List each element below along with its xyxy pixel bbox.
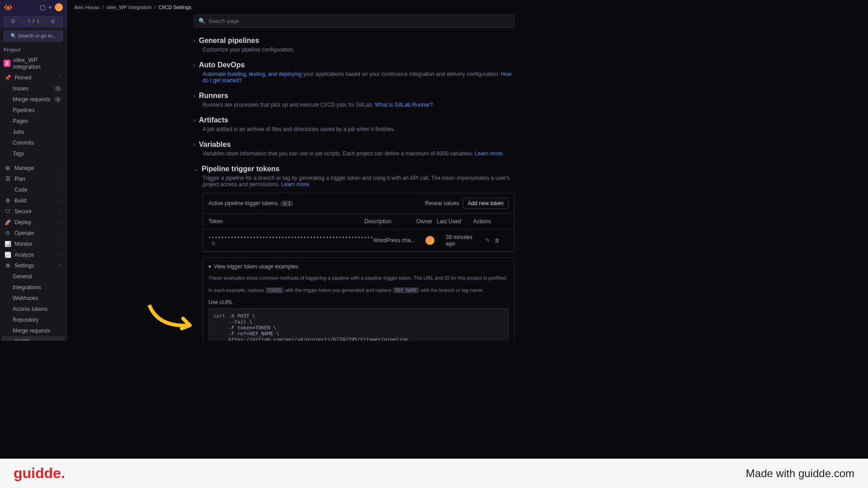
action-btn-0[interactable]: D bbox=[4, 16, 23, 27]
nav-item-monitor[interactable]: 📊Monitor› bbox=[0, 239, 66, 249]
examples-desc-2: In each example, replace TOKEN with the … bbox=[208, 286, 509, 294]
search-input[interactable] bbox=[208, 18, 509, 24]
token-value: ••••••••••••••••••••••••••••••••••••••••… bbox=[208, 235, 373, 240]
project-name: silex_WP integration bbox=[13, 56, 63, 70]
nav-icon: 📈 bbox=[5, 252, 11, 258]
settings-item[interactable]: General bbox=[0, 271, 66, 282]
action-btn-1[interactable]: ↿↾ 1 bbox=[24, 16, 42, 27]
section: ›General pipelinesCustomize your pipelin… bbox=[193, 37, 514, 53]
settings-item[interactable]: Webhooks bbox=[0, 293, 66, 304]
settings-item[interactable]: Repository bbox=[0, 314, 66, 325]
table-header: Active pipeline trigger tokens ⊙ 1 Revea… bbox=[203, 193, 514, 214]
add-token-button[interactable]: Add new token bbox=[463, 198, 509, 209]
nav-settings[interactable]: ⚙ Settings ⌃ bbox=[0, 260, 66, 271]
nav-item-build[interactable]: ⚙Build› bbox=[0, 195, 66, 206]
section-header[interactable]: ›Runners bbox=[193, 92, 514, 100]
pinned-item[interactable]: Issues0 bbox=[0, 83, 66, 94]
breadcrumb-user[interactable]: Alex Hoyau bbox=[74, 5, 99, 10]
nav-icon: ⊞ bbox=[5, 165, 11, 171]
section: ›Auto DevOpsAutomate building, testing, … bbox=[193, 61, 514, 84]
chevron-icon: ⌃ bbox=[58, 263, 62, 268]
user-avatar[interactable] bbox=[55, 3, 63, 11]
edit-icon[interactable]: ✎ bbox=[486, 237, 490, 244]
nav-icon: 📊 bbox=[5, 241, 11, 247]
pinned-item[interactable]: Commits bbox=[0, 137, 66, 148]
nav-item-analyze[interactable]: 📈Analyze› bbox=[0, 249, 66, 260]
nav-item-code[interactable]: Code› bbox=[0, 184, 66, 195]
section-desc: Variables store information that you can… bbox=[203, 150, 514, 157]
section-title: General pipelines bbox=[199, 37, 259, 45]
search-goto-button[interactable]: 🔍 Search or go to... bbox=[4, 30, 63, 42]
section-desc: Automate building, testing, and deployin… bbox=[203, 71, 514, 84]
curl-code[interactable]: curl -X POST \ --fail \ -F token=TOKEN \… bbox=[208, 308, 509, 341]
section-title: Pipeline trigger tokens bbox=[202, 165, 279, 173]
section-header[interactable]: ›Variables bbox=[193, 141, 514, 149]
chevron-icon: ⌃ bbox=[58, 75, 62, 80]
section-header[interactable]: ›General pipelines bbox=[193, 37, 514, 45]
curl-label: Use cURL bbox=[208, 299, 509, 305]
table-column-headers: Token Description Owner Last Used Action… bbox=[203, 214, 514, 230]
col-actions: Actions bbox=[468, 218, 491, 225]
copy-icon[interactable]: ⎘ bbox=[212, 240, 215, 247]
settings-item[interactable]: Integrations bbox=[0, 282, 66, 293]
col-token: Token bbox=[208, 218, 364, 225]
active-tokens-label: Active pipeline trigger tokens bbox=[208, 200, 278, 206]
project-item[interactable]: S silex_WP integration bbox=[0, 54, 66, 72]
project-icon: S bbox=[4, 60, 10, 67]
triangle-down-icon: ▾ bbox=[208, 263, 211, 270]
chevron-right-icon: › bbox=[193, 117, 195, 123]
section-title: Variables bbox=[199, 141, 231, 149]
settings-item[interactable]: Merge requests bbox=[0, 325, 66, 336]
nav-icon: 🚀 bbox=[5, 219, 11, 225]
nav-item-operate[interactable]: ⊙Operate› bbox=[0, 228, 66, 239]
nav-item-secure[interactable]: 🛡Secure› bbox=[0, 206, 66, 217]
learn-more-link[interactable]: Learn more. bbox=[281, 181, 311, 188]
nav-icon: ⚙ bbox=[5, 197, 11, 204]
action-btn-2[interactable]: ⎘ bbox=[44, 16, 63, 27]
owner-avatar[interactable] bbox=[425, 236, 434, 245]
examples-box: ▾ View trigger token usage examples Thes… bbox=[203, 258, 514, 341]
section: ›ArtifactsA job artifact is an archive o… bbox=[193, 116, 514, 132]
section-title: Runners bbox=[199, 92, 228, 100]
pinned-item[interactable]: Merge requests0 bbox=[0, 94, 66, 105]
sidebar: ▢ + D ↿↾ 1 ⎘ 🔍 Search or go to... Projec… bbox=[0, 0, 67, 341]
settings-item[interactable]: Access tokens bbox=[0, 304, 66, 314]
breadcrumb-project[interactable]: silex_WP integration bbox=[106, 5, 151, 10]
section-title: Auto DevOps bbox=[199, 61, 245, 69]
section-desc: Runners are processes that pick up and e… bbox=[203, 102, 514, 108]
chevron-down-icon: ⌄ bbox=[193, 166, 198, 172]
section: ›VariablesVariables store information th… bbox=[193, 141, 514, 157]
panel-icon[interactable]: ▢ bbox=[40, 4, 46, 11]
chevron-right-icon: › bbox=[193, 141, 195, 148]
col-desc: Description bbox=[364, 218, 416, 225]
action-buttons: D ↿↾ 1 ⎘ bbox=[0, 14, 66, 28]
section-header[interactable]: ›Auto DevOps bbox=[193, 61, 514, 69]
settings-item[interactable]: CI/CD bbox=[2, 336, 65, 341]
section-header[interactable]: ›Artifacts bbox=[193, 116, 514, 124]
nav-item-deploy[interactable]: 🚀Deploy› bbox=[0, 217, 66, 228]
main-content: Alex Hoyau/ silex_WP integration/ CI/CD … bbox=[67, 0, 658, 341]
nav-pinned[interactable]: 📌 Pinned ⌃ bbox=[0, 72, 66, 83]
sidebar-top: ▢ + bbox=[0, 0, 66, 14]
search-box[interactable]: 🔍 bbox=[193, 14, 514, 28]
table-row: ••••••••••••••••••••••••••••••••••••••••… bbox=[203, 230, 514, 252]
pinned-item[interactable]: Jobs bbox=[0, 127, 66, 137]
examples-toggle[interactable]: ▾ View trigger token usage examples bbox=[208, 263, 509, 270]
pinned-item[interactable]: Tags bbox=[0, 148, 66, 159]
reveal-values-button[interactable]: Reveal values bbox=[425, 198, 459, 209]
nav-icon: 🛡 bbox=[5, 208, 11, 215]
token-count-badge: ⊙ 1 bbox=[280, 201, 293, 206]
nav-item-manage[interactable]: ⊞Manage› bbox=[0, 163, 66, 174]
project-label: Project bbox=[0, 43, 66, 54]
nav-item-plan[interactable]: ☰Plan› bbox=[0, 174, 66, 184]
gitlab-logo[interactable] bbox=[4, 3, 13, 12]
section-header[interactable]: ⌄ Pipeline trigger tokens bbox=[193, 165, 514, 173]
delete-icon[interactable]: 🗑 bbox=[495, 237, 500, 244]
pinned-item[interactable]: Pages bbox=[0, 116, 66, 127]
plus-icon[interactable]: + bbox=[48, 4, 52, 11]
col-last: Last Used bbox=[437, 218, 468, 225]
pinned-item[interactable]: Pipelines bbox=[0, 105, 66, 116]
section-trigger-tokens: ⌄ Pipeline trigger tokens Trigger a pipe… bbox=[193, 165, 514, 341]
section-desc: Trigger a pipeline for a branch or tag b… bbox=[203, 175, 514, 188]
section-desc: A job artifact is an archive of files an… bbox=[203, 126, 514, 132]
